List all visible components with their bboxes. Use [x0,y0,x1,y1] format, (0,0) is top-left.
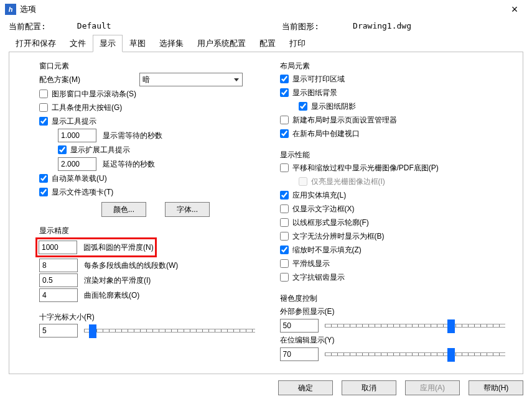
tab-print[interactable]: 打印 [282,35,312,52]
polyline-seg-label: 每条多段线曲线的线段数(W) [84,259,178,272]
render-smooth-label: 渲染对象的平滑度(I) [84,274,151,287]
render-smooth-input[interactable] [39,273,78,287]
fade-control-title: 褪色度控制 [280,293,512,304]
crosshair-slider[interactable] [84,329,255,333]
text-frame-label: 仅显示文字边框(X) [292,203,355,215]
inplace-label: 在位编辑显示(Y) [280,334,335,346]
tab-user-sys[interactable]: 用户系统配置 [190,35,253,52]
app-icon: h [5,4,16,15]
paper-shadow-check[interactable] [299,102,307,111]
crosshair-slider-thumb[interactable] [89,324,96,338]
config-label: 当前配置: [9,21,46,32]
tab-config[interactable]: 配置 [253,35,282,52]
delay-seconds-input[interactable] [58,157,96,171]
color-button[interactable]: 颜色... [101,202,146,217]
color-scheme-select[interactable]: 暗 [139,73,243,86]
text-as-box-label: 文字无法分辨时显示为框(B) [292,230,385,242]
paper-shadow-label: 显示图纸阴影 [311,100,356,112]
close-icon[interactable]: × [502,3,527,16]
pan-zoom-raster-label: 平移和缩放过程中显示光栅图像/PDF底图(P) [292,162,439,174]
pan-zoom-raster-check[interactable] [280,163,289,172]
show-tooltips-check[interactable] [39,117,48,126]
font-button[interactable]: 字体... [165,202,210,217]
crosshair-title: 十字光标大小(R) [39,312,261,323]
smooth-line-label: 平滑线显示 [292,257,330,270]
outline-frame-label: 以线框形式显示轮廓(F) [292,216,369,229]
cancel-button[interactable]: 取消 [342,380,396,395]
color-scheme-label: 配色方案(M) [39,75,80,84]
raster-frame-check [299,177,307,186]
page-setup-check[interactable] [280,116,289,124]
paper-bg-check[interactable] [280,88,289,97]
inplace-slider-thumb[interactable] [447,348,455,362]
tab-display[interactable]: 显示 [93,35,123,52]
arc-smoothness-input[interactable] [39,241,77,254]
outline-frame-check[interactable] [280,218,289,227]
ok-button[interactable]: 确定 [278,380,333,395]
drawing-value: Drawing1.dwg [353,21,411,32]
surface-contour-input[interactable] [39,288,78,302]
create-viewport-check[interactable] [280,129,289,138]
auto-menu-check[interactable] [39,174,48,183]
display-perf-title: 显示性能 [280,150,512,160]
arc-smoothness-highlight: 圆弧和圆的平滑度(N) [35,237,157,257]
zoom-no-fill-check[interactable] [280,246,289,254]
tab-draft[interactable]: 草图 [123,35,152,52]
xref-label: 外部参照显示(E) [280,305,335,318]
text-as-box-check[interactable] [280,232,289,241]
xref-input[interactable] [280,319,319,333]
ext-tooltips-check[interactable] [58,145,67,154]
xref-slider-thumb[interactable] [447,319,455,333]
layout-elements-title: 布局元素 [280,61,512,71]
file-tabs-label: 显示文件选项卡(T) [52,186,113,198]
surface-contour-label: 曲面轮廓素线(O) [84,289,139,301]
ext-tooltips-label: 显示扩展工具提示 [70,144,130,156]
text-frame-check[interactable] [280,204,289,213]
tab-file[interactable]: 文件 [63,35,93,52]
tooltip-seconds-input[interactable] [58,129,96,142]
tooltip-seconds-label: 显示需等待的秒数 [103,129,162,142]
tab-select-set[interactable]: 选择集 [152,35,190,52]
tab-open-save[interactable]: 打开和保存 [9,35,63,52]
window-elements-title: 窗口元素 [39,61,261,71]
paper-bg-label: 显示图纸背景 [292,86,337,99]
help-button[interactable]: 帮助(H) [469,380,523,395]
toolbar-big-check[interactable] [39,103,48,112]
config-value: Default [77,21,111,32]
crosshair-input[interactable] [39,324,78,337]
polyline-seg-input[interactable] [39,259,78,272]
scrollbars-check[interactable] [39,90,48,98]
auto-menu-label: 自动菜单装载(U) [52,172,107,185]
arc-smoothness-label: 圆弧和圆的平滑度(N) [83,242,154,253]
inplace-slider[interactable] [325,352,506,356]
print-area-label: 显示可打印区域 [292,73,345,85]
page-setup-label: 新建布局时显示页面设置管理器 [292,114,397,126]
scrollbars-label: 图形窗口中显示滚动条(S) [52,88,136,100]
xref-slider[interactable] [325,324,506,328]
apply-button[interactable]: 应用(A) [405,380,460,395]
toolbar-big-label: 工具条使用大按钮(G) [52,101,122,114]
smooth-line-check[interactable] [280,259,289,268]
delay-seconds-label: 延迟等待的秒数 [103,158,155,170]
file-tabs-check[interactable] [39,188,48,196]
dialog-title: 选项 [20,4,502,15]
text-aa-check[interactable] [280,273,289,282]
text-aa-label: 文字抗锯齿显示 [292,271,345,283]
show-tooltips-label: 显示工具提示 [52,115,96,127]
raster-frame-label: 仅亮显光栅图像边框(I) [311,175,385,188]
create-viewport-label: 在新布局中创建视口 [292,127,360,140]
zoom-no-fill-label: 缩放时不显示填充(Z) [292,244,362,256]
drawing-label: 当前图形: [282,21,319,32]
display-precision-title: 显示精度 [39,226,261,236]
solid-fill-check[interactable] [280,191,289,200]
inplace-input[interactable] [280,347,319,361]
print-area-check[interactable] [280,75,289,83]
solid-fill-label: 应用实体填充(L) [292,189,347,201]
